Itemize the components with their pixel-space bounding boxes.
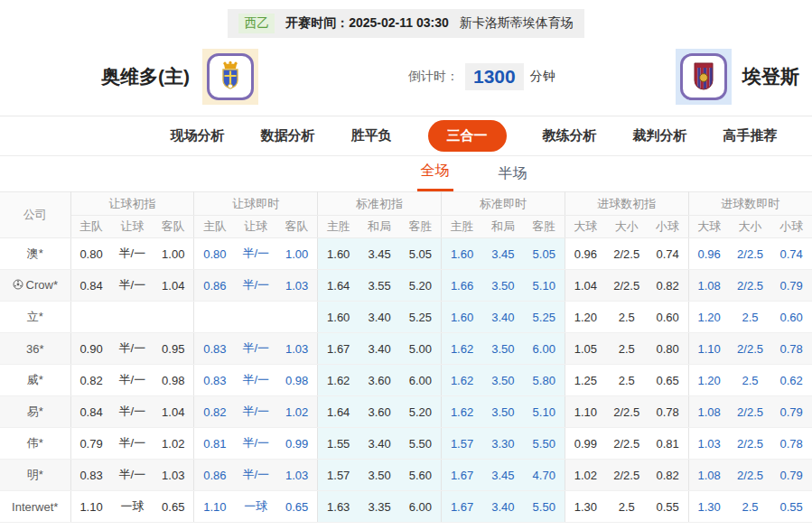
soccer-ball-icon: [13, 279, 23, 293]
away-crest-icon: [680, 53, 727, 100]
odds-cell: 0.96: [565, 238, 606, 270]
odds-cell: 1.20: [688, 365, 730, 396]
column-header-2-2: 让球: [235, 216, 276, 238]
column-group-header-1: 让球初指: [70, 192, 194, 216]
odds-cell: 5.25: [400, 302, 442, 333]
odds-cell: 2/2.5: [606, 396, 648, 428]
column-header-4-3: 客胜: [524, 216, 565, 238]
odds-cell: 2/2.5: [730, 333, 771, 365]
odds-cell: 0.79: [770, 270, 812, 302]
company-name[interactable]: 立*: [0, 302, 70, 333]
column-header-5-2: 大小: [606, 216, 648, 238]
odds-cell: 5.10: [524, 396, 565, 428]
odds-cell: 0.60: [770, 302, 812, 333]
odds-cell: 6.00: [400, 491, 442, 523]
odds-cell: 0.74: [648, 238, 689, 270]
odds-cell: 0.81: [194, 428, 236, 460]
odds-cell: 5.80: [524, 365, 565, 396]
odds-cell: 6.00: [400, 365, 442, 396]
odds-cell: 1.62: [441, 365, 482, 396]
venue-name: 新卡洛斯蒂埃体育场: [460, 15, 574, 32]
odds-cell: 1.03: [276, 460, 318, 491]
company-name[interactable]: 36*: [0, 333, 70, 365]
company-name[interactable]: 澳*: [0, 238, 70, 270]
odds-cell: 1.04: [153, 270, 194, 302]
odds-cell: 3.50: [482, 365, 524, 396]
tab-5[interactable]: 教练分析: [543, 127, 597, 144]
odds-cell: 1.57: [318, 460, 359, 491]
company-name[interactable]: Crow*: [0, 270, 70, 302]
odds-table: 公司 让球初指让球即时标准初指标准即时进球数初指进球数即时 主队让球客队主队让球…: [0, 191, 812, 523]
tab-3[interactable]: 胜平负: [351, 127, 392, 144]
subtab-2[interactable]: 半场: [495, 156, 531, 191]
odds-cell: 半/一: [235, 365, 276, 396]
column-group-header-3: 标准初指: [318, 192, 442, 216]
odds-cell: 半/一: [112, 460, 154, 491]
odds-cell: 2.5: [606, 365, 648, 396]
home-team-logo: [202, 49, 258, 105]
odds-cell: 1.30: [688, 491, 730, 523]
column-header-4-2: 和局: [482, 216, 524, 238]
odds-cell: 0.79: [770, 460, 812, 491]
odds-cell: 0.83: [194, 365, 236, 396]
odds-cell: 1.05: [565, 333, 606, 365]
odds-cell: 3.45: [482, 460, 524, 491]
odds-cell: 1.08: [688, 396, 730, 428]
odds-cell: 1.08: [688, 270, 730, 302]
odds-cell: 1.66: [441, 270, 482, 302]
company-name[interactable]: 易*: [0, 396, 70, 428]
subtab-1[interactable]: 全场: [417, 153, 453, 191]
odds-cell: 1.08: [688, 460, 730, 491]
tab-6[interactable]: 裁判分析: [633, 127, 687, 144]
odds-row: Interwet*1.10一球0.651.10一球0.651.633.356.0…: [0, 491, 812, 523]
company-name[interactable]: 明*: [0, 460, 70, 491]
odds-cell: 一球: [235, 491, 276, 523]
column-header-5-3: 小球: [648, 216, 689, 238]
column-group-header-4: 标准即时: [441, 192, 565, 216]
tab-1[interactable]: 现场分析: [171, 127, 225, 144]
home-team: 奥维多(主): [101, 49, 258, 105]
odds-cell: [276, 302, 318, 333]
tab-2[interactable]: 数据分析: [261, 127, 315, 144]
match-info-bar: 西乙 开赛时间：2025-02-11 03:30 新卡洛斯蒂埃体育场: [228, 9, 584, 38]
odds-cell: 2/2.5: [606, 238, 648, 270]
odds-cell: 1.10: [565, 396, 606, 428]
company-name[interactable]: Interwet*: [0, 491, 70, 523]
column-header-6-2: 大小: [730, 216, 771, 238]
odds-cell: 1.10: [194, 491, 236, 523]
odds-cell: 1.03: [276, 270, 318, 302]
company-name[interactable]: 威*: [0, 365, 70, 396]
odds-cell: 0.95: [153, 333, 194, 365]
company-name[interactable]: 伟*: [0, 428, 70, 460]
odds-cell: 0.82: [70, 365, 112, 396]
odds-cell: 0.81: [648, 428, 689, 460]
odds-row: 立*1.603.405.251.603.405.251.202.50.601.2…: [0, 302, 812, 333]
odds-page: 西乙 开赛时间：2025-02-11 03:30 新卡洛斯蒂埃体育场 奥维多(主…: [0, 0, 812, 523]
odds-cell: [235, 302, 276, 333]
odds-cell: 3.40: [359, 333, 400, 365]
odds-cell: 2/2.5: [606, 428, 648, 460]
column-header-3-3: 客胜: [400, 216, 442, 238]
odds-cell: 0.80: [648, 333, 689, 365]
odds-cell: 0.86: [194, 270, 236, 302]
league-badge[interactable]: 西乙: [238, 14, 275, 33]
odds-cell: 3.40: [359, 428, 400, 460]
tab-4[interactable]: 三合一: [428, 120, 507, 152]
odds-cell: 2/2.5: [730, 460, 771, 491]
odds-cell: 0.98: [153, 365, 194, 396]
company-column-header: 公司: [0, 192, 70, 238]
column-group-header-2: 让球即时: [194, 192, 318, 216]
odds-cell: 0.74: [770, 238, 812, 270]
odds-cell: 2.5: [606, 302, 648, 333]
odds-row: Crow*0.84半/一1.040.86半/一1.031.643.555.201…: [0, 270, 812, 302]
countdown: 倒计时： 1300 分钟: [408, 63, 555, 90]
odds-cell: 2/2.5: [730, 428, 771, 460]
odds-cell: 0.65: [153, 491, 194, 523]
tab-7[interactable]: 高手推荐: [723, 127, 778, 144]
odds-cell: 0.55: [648, 491, 689, 523]
odds-cell: 0.80: [70, 238, 112, 270]
odds-cell: 1.10: [70, 491, 112, 523]
odds-cell: 1.60: [441, 302, 482, 333]
odds-cell: 0.90: [70, 333, 112, 365]
odds-cell: 2/2.5: [606, 270, 648, 302]
